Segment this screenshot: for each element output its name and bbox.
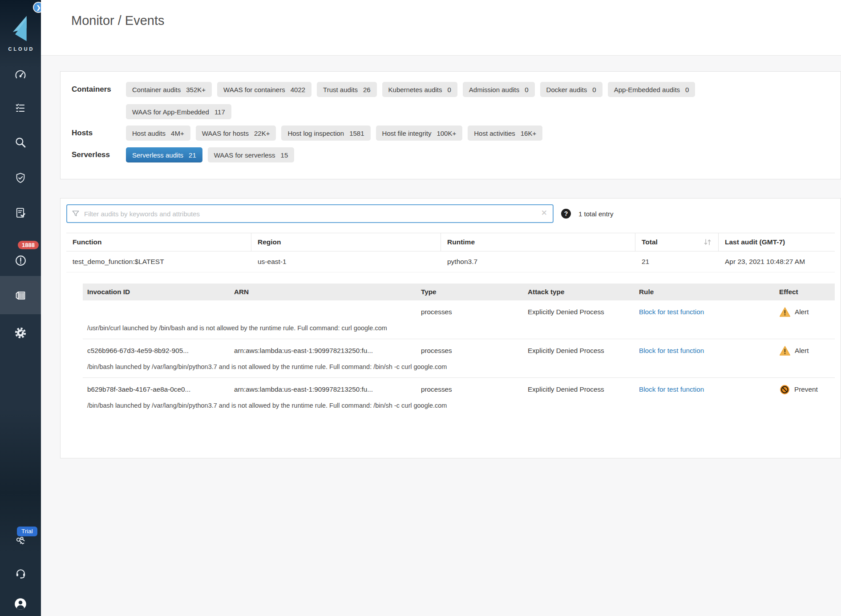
chip-count: 4M+ bbox=[171, 130, 184, 137]
type-cell: processes bbox=[416, 347, 523, 355]
sidebar: CLOUD bbox=[0, 0, 41, 616]
sort-arrows-icon bbox=[703, 239, 712, 246]
audit-message: /usr/bin/curl launched by /bin/bash and … bbox=[83, 324, 835, 339]
chip-serverless-audits[interactable]: Serverless audits21 bbox=[126, 147, 202, 162]
chip-label: Host activities bbox=[474, 130, 515, 137]
chip-host-file-integrity[interactable]: Host file integrity100K+ bbox=[376, 126, 463, 141]
chip-app-embedded-audits[interactable]: App-Embedded audits0 bbox=[608, 82, 695, 97]
column-header-invocation-id: Invocation ID bbox=[83, 288, 230, 296]
alert-warning-icon bbox=[779, 345, 791, 356]
audit-row-block: processes Explicitly Denied Process Bloc… bbox=[83, 300, 835, 339]
chip-waas-for-hosts[interactable]: WAAS for hosts22K+ bbox=[196, 126, 276, 141]
column-header-total[interactable]: Total bbox=[635, 233, 719, 251]
rule-cell: Block for test function bbox=[635, 308, 775, 316]
audit-row[interactable]: c526b966-67d3-4e59-8b92-905... arn:aws:l… bbox=[83, 339, 835, 362]
filter-funnel-icon bbox=[72, 210, 80, 218]
category-label: Hosts bbox=[72, 126, 126, 141]
functions-table-header: Function Region Runtime Total Last audit… bbox=[66, 233, 835, 251]
chip-label: WAAS for hosts bbox=[202, 130, 249, 137]
audits-table-header: Invocation ID ARN Type Attack type Rule … bbox=[83, 284, 835, 300]
category-row-hosts: Hosts Host audits4M+ WAAS for hosts22K+ … bbox=[72, 126, 832, 141]
category-label: Containers bbox=[72, 82, 126, 97]
clear-filter-icon[interactable]: ✕ bbox=[541, 208, 547, 218]
prevent-block-icon bbox=[779, 384, 790, 395]
chip-docker-audits[interactable]: Docker audits0 bbox=[540, 82, 602, 97]
total-entries-label: 1 total entry bbox=[578, 210, 613, 218]
chip-label: Kubernetes audits bbox=[388, 86, 442, 93]
gauge-icon bbox=[14, 68, 27, 81]
chip-trust-audits[interactable]: Trust audits26 bbox=[317, 82, 377, 97]
column-header-total-label: Total bbox=[642, 238, 658, 246]
total-cell: 21 bbox=[635, 251, 719, 272]
chip-waas-for-containers[interactable]: WAAS for containers4022 bbox=[217, 82, 311, 97]
sidebar-item-profile[interactable] bbox=[0, 594, 41, 614]
alerts-count-badge: 1888 bbox=[18, 241, 39, 249]
last-audit-cell: Apr 23, 2021 10:48:27 AM bbox=[719, 251, 835, 272]
effect-label: Alert bbox=[795, 347, 809, 355]
page-header: Monitor / Events bbox=[41, 0, 841, 56]
chip-count: 1581 bbox=[349, 130, 364, 137]
arn-cell: arn:aws:lambda:us-east-1:909978213250:fu… bbox=[230, 385, 416, 393]
alert-warning-icon bbox=[779, 307, 791, 317]
chip-admission-audits[interactable]: Admission audits0 bbox=[463, 82, 535, 97]
audit-row-block: c526b966-67d3-4e59-8b92-905... arn:aws:l… bbox=[83, 339, 835, 378]
chip-count: 117 bbox=[214, 108, 225, 116]
sidebar-item-support[interactable] bbox=[0, 563, 41, 583]
audit-message: /bin/bash launched by /var/lang/bin/pyth… bbox=[83, 401, 835, 416]
column-header-function: Function bbox=[66, 233, 251, 251]
chip-container-audits[interactable]: Container audits352K+ bbox=[126, 82, 212, 97]
sidebar-item-settings[interactable] bbox=[0, 323, 41, 343]
sidebar-item-defend[interactable] bbox=[0, 98, 41, 118]
chip-label: WAAS for App-Embedded bbox=[132, 108, 209, 116]
effect-cell: Alert bbox=[775, 345, 835, 356]
column-header-last-audit: Last audit (GMT-7) bbox=[719, 233, 835, 251]
gear-icon bbox=[14, 326, 27, 340]
chip-count: 26 bbox=[363, 86, 371, 93]
sidebar-item-investigate[interactable] bbox=[0, 133, 41, 152]
chip-label: Trust audits bbox=[323, 86, 358, 93]
sidebar-item-policies[interactable] bbox=[0, 203, 41, 223]
keys-icon bbox=[14, 536, 27, 548]
checklist-icon bbox=[14, 102, 27, 114]
sidebar-item-dashboard[interactable] bbox=[0, 65, 41, 85]
chip-count: 4022 bbox=[291, 86, 305, 93]
chip-kubernetes-audits[interactable]: Kubernetes audits0 bbox=[382, 82, 457, 97]
rule-link[interactable]: Block for test function bbox=[639, 347, 704, 354]
category-row-containers: Containers Container audits352K+ WAAS fo… bbox=[72, 82, 832, 119]
chip-label: Host log inspection bbox=[287, 130, 344, 137]
chip-count: 15 bbox=[281, 151, 288, 159]
function-row[interactable]: test_demo_function:$LATEST us-east-1 pyt… bbox=[66, 251, 835, 272]
rule-link[interactable]: Block for test function bbox=[639, 308, 704, 316]
chip-waas-for-serverless[interactable]: WAAS for serverless15 bbox=[208, 147, 295, 162]
sidebar-item-containers[interactable] bbox=[0, 285, 41, 305]
help-icon[interactable]: ? bbox=[561, 209, 571, 219]
filter-audits-input[interactable] bbox=[66, 204, 554, 223]
rule-cell: Block for test function bbox=[635, 385, 775, 393]
attack-type-cell: Explicitly Denied Process bbox=[523, 308, 635, 316]
audit-row[interactable]: processes Explicitly Denied Process Bloc… bbox=[83, 300, 835, 324]
audits-table: Invocation ID ARN Type Attack type Rule … bbox=[83, 284, 835, 416]
prisma-cloud-logo-icon bbox=[9, 15, 32, 43]
chip-label: Docker audits bbox=[546, 86, 587, 93]
chip-host-log-inspection[interactable]: Host log inspection1581 bbox=[281, 126, 370, 141]
chip-label: Container audits bbox=[132, 86, 181, 93]
logo-text: CLOUD bbox=[0, 46, 41, 52]
category-label: Serverless bbox=[72, 147, 126, 162]
audit-row[interactable]: b629b78f-3aeb-4167-ae8a-0ce0... arn:aws:… bbox=[83, 378, 835, 401]
container-icon bbox=[13, 288, 28, 302]
rule-cell: Block for test function bbox=[635, 347, 775, 355]
rule-link[interactable]: Block for test function bbox=[639, 385, 704, 393]
chip-count: 0 bbox=[448, 86, 451, 93]
document-check-icon bbox=[14, 207, 27, 219]
chip-count: 21 bbox=[189, 151, 196, 159]
chip-host-activities[interactable]: Host activities16K+ bbox=[468, 126, 542, 141]
invocation-id-cell: c526b966-67d3-4e59-8b92-905... bbox=[83, 347, 230, 355]
chip-waas-for-app-embedded[interactable]: WAAS for App-Embedded117 bbox=[126, 104, 231, 119]
column-header-effect: Effect bbox=[775, 288, 835, 296]
sidebar-item-compliance[interactable] bbox=[0, 168, 41, 188]
chip-count: 22K+ bbox=[254, 130, 270, 137]
sidebar-item-alerts[interactable] bbox=[0, 251, 41, 270]
column-header-rule: Rule bbox=[635, 288, 775, 296]
category-row-serverless: Serverless Serverless audits21 WAAS for … bbox=[72, 147, 832, 162]
chip-host-audits[interactable]: Host audits4M+ bbox=[126, 126, 190, 141]
